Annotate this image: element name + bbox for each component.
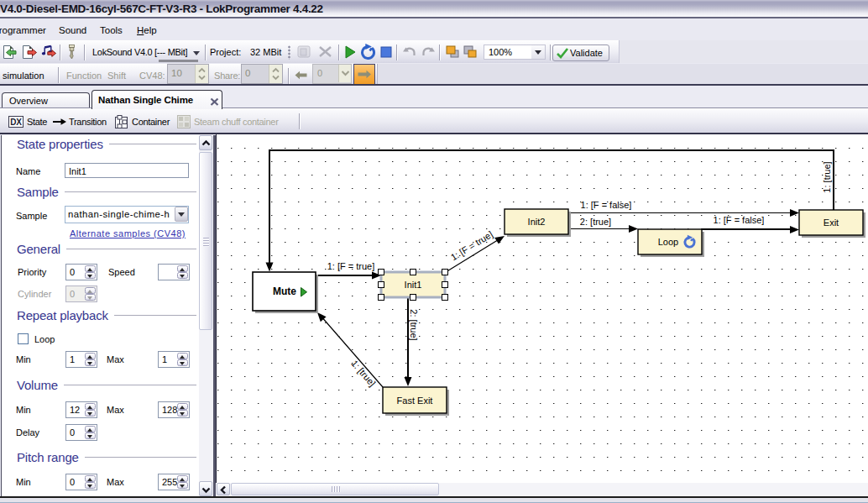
svg-text:2: [true]: 2: [true] [580,217,611,227]
svg-text:Exit: Exit [824,217,839,228]
svg-text:1: [true]: 1: [true] [822,161,832,192]
svg-text:Fast Exit: Fast Exit [397,396,433,406]
svg-text:Loop: Loop [658,237,678,247]
svg-text:1: [F = true]: 1: [F = true] [327,261,375,271]
svg-text:1: [F = false]: 1: [F = false] [714,215,765,225]
svg-text:Mute: Mute [273,286,296,297]
svg-text:Init2: Init2 [528,217,546,227]
svg-text:Init1: Init1 [405,280,422,290]
svg-text:1: [F = false]: 1: [F = false] [581,200,632,210]
svg-text:2: [true]: 2: [true] [409,309,419,340]
